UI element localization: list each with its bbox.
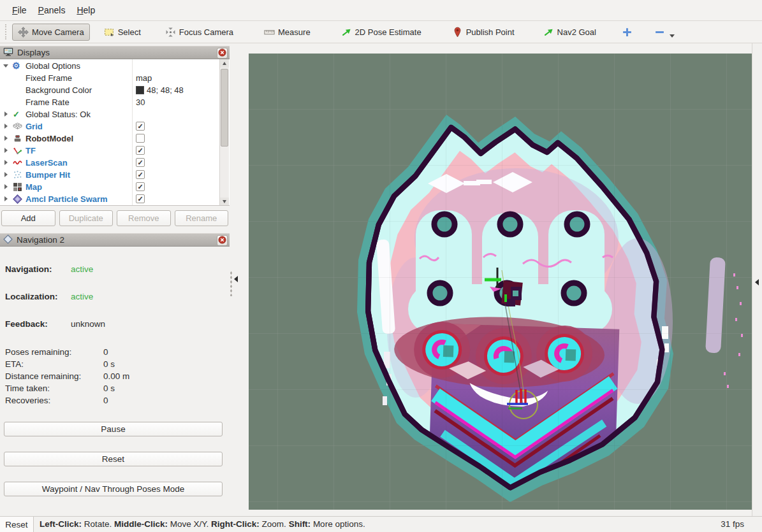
menu-file[interactable]: File (6, 3, 33, 18)
expand-arrow-icon[interactable] (4, 136, 8, 141)
grid-checkbox[interactable]: ✓ (136, 122, 145, 131)
menu-help[interactable]: Help (71, 3, 101, 18)
amcl-checkbox[interactable]: ✓ (136, 194, 145, 203)
robotmodel-checkbox[interactable] (136, 134, 145, 143)
pause-button[interactable]: Pause (4, 422, 223, 436)
remove-tool-minus-icon (654, 27, 665, 38)
tree-row-robotmodel[interactable]: RobotModel (0, 133, 219, 145)
tool-move-camera[interactable]: Move Camera (12, 24, 90, 41)
close-icon (218, 48, 226, 59)
bumper-hit-checkbox[interactable]: ✓ (136, 170, 145, 179)
localization-status-value: active (71, 292, 93, 301)
expand-arrow-icon[interactable] (4, 196, 8, 201)
tool-remove[interactable] (648, 24, 679, 41)
reset-time-button[interactable]: Reset (0, 517, 34, 532)
right-splitter-arrow-icon[interactable] (755, 279, 759, 285)
reset-button[interactable]: Reset (4, 452, 223, 466)
robot-model-icon (13, 134, 22, 143)
displays-close-button[interactable] (217, 48, 228, 59)
distance-remaining-label: Distance remaining: (5, 371, 81, 381)
nav2-panel-titlebar: Navigation 2 (0, 233, 230, 247)
map-checkbox[interactable]: ✓ (136, 182, 145, 191)
add-tool-plus-icon (622, 27, 633, 38)
frame-rate-value[interactable]: 30 (136, 96, 145, 108)
scrollbar-thumb[interactable] (221, 69, 228, 147)
expand-arrow-icon[interactable] (4, 111, 8, 117)
displays-panel-titlebar: Displays (0, 46, 230, 59)
displays-tree: ⚙ Global Options Fixed Frame map Backgro… (0, 59, 230, 206)
tree-row-frame-rate[interactable]: Frame Rate 30 (0, 96, 219, 108)
tool-add[interactable] (616, 24, 638, 41)
color-swatch (136, 86, 144, 94)
tree-row-background-color[interactable]: Background Color 48; 48; 48 (0, 84, 219, 96)
menu-bar: File Panels Help (0, 0, 762, 21)
scrollbar-up-arrow[interactable] (220, 59, 229, 68)
3d-viewport[interactable] (249, 54, 752, 510)
tool-focus-camera[interactable]: Focus Camera (159, 24, 239, 41)
tree-row-bumper-hit[interactable]: Bumper Hit ✓ (0, 169, 219, 181)
tree-row-amcl-particle-swarm[interactable]: Amcl Particle Swarm ✓ (0, 193, 219, 205)
tree-row-tf[interactable]: TF ✓ (0, 145, 219, 157)
toolbar: Move Camera Select Focus Camera Measure … (0, 21, 762, 43)
displays-monitor-icon (3, 47, 13, 59)
tool-select[interactable]: Select (98, 24, 147, 41)
poses-remaining-value: 0 (103, 347, 108, 357)
tf-checkbox[interactable]: ✓ (136, 146, 145, 155)
navigation-status-value: active (71, 264, 93, 274)
expand-arrow-icon[interactable] (4, 148, 8, 153)
distance-remaining-value: 0.00 m (103, 371, 129, 381)
nav2-goal-arrow-icon (543, 27, 554, 38)
expand-arrow-icon[interactable] (4, 172, 8, 177)
expand-arrow-icon[interactable] (4, 184, 8, 189)
right-panel-splitter[interactable] (752, 43, 762, 516)
tool-measure[interactable]: Measure (258, 24, 316, 41)
collapse-arrow-icon[interactable] (3, 64, 8, 68)
nav2-panel-title: Navigation 2 (17, 235, 64, 245)
expand-arrow-icon[interactable] (4, 160, 8, 165)
add-display-button[interactable]: Add (1, 210, 55, 226)
grid-icon (13, 122, 22, 131)
tree-row-fixed-frame[interactable]: Fixed Frame map (0, 72, 219, 84)
panel-splitter[interactable] (230, 43, 249, 516)
expand-arrow-icon[interactable] (4, 124, 8, 129)
select-icon (104, 27, 115, 38)
splitter-collapse-arrow-icon[interactable] (234, 276, 238, 282)
toolbar-grip[interactable] (5, 24, 10, 40)
tree-row-global-status[interactable]: ✓ Global Status: Ok (0, 108, 219, 120)
recoveries-label: Recoveries: (5, 396, 50, 405)
time-taken-value: 0 s (103, 384, 115, 393)
time-taken-label: Time taken: (5, 384, 50, 393)
displays-buttons: Add Duplicate Remove Rename (1, 210, 228, 226)
check-icon: ✓ (13, 108, 20, 120)
menu-panels[interactable]: Panels (33, 3, 71, 18)
amcl-diamond-icon (13, 194, 22, 204)
recoveries-value: 0 (103, 396, 108, 405)
remove-display-button: Remove (117, 210, 171, 226)
tree-row-laserscan[interactable]: LaserScan ✓ (0, 157, 219, 169)
status-bar: Reset Left-Click: Rotate. Middle-Click: … (0, 516, 762, 532)
scrollbar-down-arrow[interactable] (220, 198, 229, 206)
tool-publish-point[interactable]: Publish Point (446, 24, 520, 41)
fixed-frame-value[interactable]: map (136, 72, 152, 84)
nav2-close-button[interactable] (217, 235, 228, 246)
gear-icon: ⚙ (12, 60, 20, 72)
tool-nav2-goal[interactable]: Nav2 Goal (538, 24, 602, 41)
navigation2-diamond-icon (3, 234, 13, 246)
tree-row-map[interactable]: Map ✓ (0, 181, 219, 193)
feedback-status-value: unknown (71, 319, 105, 329)
tool-2d-pose-estimate[interactable]: 2D Pose Estimate (335, 24, 427, 41)
background-color-value[interactable]: 48; 48; 48 (136, 84, 184, 96)
waypoint-mode-button[interactable]: Waypoint / Nav Through Poses Mode (4, 482, 223, 496)
laserscan-icon (13, 158, 22, 168)
render-view (249, 54, 752, 510)
tree-row-grid[interactable]: Grid ✓ (0, 120, 219, 133)
tree-scrollbar[interactable] (219, 59, 229, 206)
fps-counter: 31 fps (721, 517, 744, 532)
eta-value: 0 s (103, 359, 115, 369)
tf-axes-icon (13, 146, 22, 155)
tool-dropdown-arrow-icon[interactable] (670, 34, 675, 38)
displays-panel-title: Displays (17, 48, 50, 57)
splitter-grip-dots (230, 271, 232, 296)
tree-row-global-options[interactable]: ⚙ Global Options (0, 60, 219, 72)
laserscan-checkbox[interactable]: ✓ (136, 158, 145, 167)
